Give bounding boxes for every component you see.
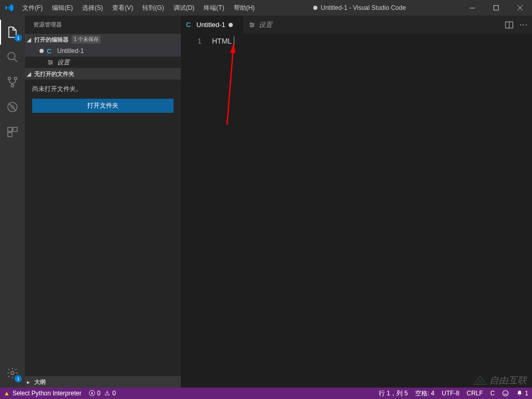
svg-point-12 [49, 60, 50, 61]
svg-point-4 [15, 77, 17, 80]
window-title: Untitled-1 - Visual Studio Code [259, 4, 460, 11]
modified-dot-icon [39, 49, 44, 53]
error-count: 0 [97, 390, 101, 397]
status-cursor[interactable]: 行 1，列 5 [375, 388, 411, 399]
svg-point-11 [11, 371, 14, 375]
menu-edit[interactable]: 编辑(E) [48, 2, 77, 15]
outline-label: 大纲 [34, 378, 46, 386]
svg-rect-10 [8, 132, 12, 137]
maximize-button[interactable] [484, 0, 508, 16]
notification-count: 1 [525, 390, 528, 397]
code-area[interactable]: HTML [212, 34, 532, 388]
menu-terminal[interactable]: 终端(T) [200, 2, 228, 15]
watermark: 自由互联 [473, 374, 527, 387]
more-icon[interactable]: ··· [520, 20, 528, 30]
open-folder-button[interactable]: 打开文件夹 [32, 99, 174, 113]
file-name: 设置 [57, 58, 70, 67]
status-encoding[interactable]: UTF-8 [438, 388, 463, 399]
settings-badge: 1 [15, 375, 22, 382]
activity-settings[interactable]: 1 [0, 361, 25, 385]
statusbar: ▲ Select Python Interpreter ⓧ0 ⚠0 行 1，列 … [0, 388, 532, 399]
minimize-button[interactable] [460, 0, 484, 16]
close-button[interactable] [508, 0, 532, 16]
svg-point-2 [8, 52, 15, 60]
svg-point-14 [49, 63, 50, 64]
svg-rect-8 [8, 127, 12, 131]
warning-icon: ⚠ [104, 390, 110, 397]
status-language[interactable]: C [487, 388, 499, 399]
warning-count: 0 [112, 390, 116, 397]
tab-bar: C Untitled-1 设置 ··· [181, 16, 532, 34]
svg-rect-1 [494, 6, 499, 10]
status-spaces[interactable]: 空格: 4 [411, 388, 438, 399]
tab-settings[interactable]: 设置 [243, 16, 305, 34]
error-icon: ⓧ [89, 389, 95, 398]
svg-point-7 [10, 105, 15, 109]
c-file-icon: C [186, 21, 193, 29]
activity-debug[interactable] [0, 95, 25, 119]
activity-bar: 1 1 [0, 16, 25, 388]
status-interpreter-label: Select Python Interpreter [12, 390, 82, 397]
tab-untitled[interactable]: C Untitled-1 [181, 16, 243, 34]
svg-point-3 [8, 77, 11, 80]
activity-source-control[interactable] [0, 70, 25, 95]
menu-help[interactable]: 帮助(H) [230, 2, 259, 15]
status-feedback[interactable] [498, 388, 513, 399]
code-line: HTML [212, 36, 532, 46]
warning-icon: ▲ [4, 390, 10, 397]
activity-extensions[interactable] [0, 119, 25, 144]
menu-view[interactable]: 查看(V) [108, 2, 137, 15]
menu-select[interactable]: 选择(S) [78, 2, 107, 15]
open-editor-item[interactable]: C Untitled-1 [25, 45, 181, 57]
window-title-text: Untitled-1 - Visual Studio Code [321, 4, 406, 11]
chevron-right-icon: ▸ [27, 379, 33, 385]
watermark-text: 自由互联 [489, 374, 527, 387]
svg-point-13 [51, 62, 52, 63]
line-gutter: 1 [181, 34, 212, 388]
titlebar: 文件(F) 编辑(E) 选择(S) 查看(V) 转到(G) 调试(D) 终端(T… [0, 0, 532, 16]
chevron-down-icon: ◢ [27, 37, 33, 43]
svg-point-17 [251, 25, 252, 26]
file-name: Untitled-1 [57, 47, 84, 55]
status-notifications[interactable]: 1 [513, 388, 532, 399]
chevron-down-icon: ◢ [27, 71, 33, 77]
open-editors-header[interactable]: ◢ 打开的编辑器 1 个未保存 [25, 34, 181, 45]
menu-debug[interactable]: 调试(D) [169, 2, 199, 15]
svg-point-5 [11, 85, 14, 87]
tab-label: Untitled-1 [196, 21, 225, 29]
open-editor-item[interactable]: 设置 [25, 57, 181, 68]
status-eol[interactable]: CRLF [463, 388, 486, 399]
menu-file[interactable]: 文件(F) [18, 2, 47, 15]
vscode-logo-icon [0, 3, 18, 12]
settings-icon [248, 21, 256, 29]
svg-point-16 [252, 24, 254, 25]
svg-point-22 [503, 391, 509, 396]
explorer-badge: 1 [15, 34, 22, 42]
status-problems[interactable]: ⓧ0 ⚠0 [85, 388, 119, 399]
activity-explorer[interactable]: 1 [0, 20, 25, 45]
status-python-interpreter[interactable]: ▲ Select Python Interpreter [0, 388, 85, 399]
open-editors-label: 打开的编辑器 [34, 36, 69, 44]
sidebar: 资源管理器 ◢ 打开的编辑器 1 个未保存 C Untitled-1 设置 ◢ … [25, 16, 181, 388]
menu-goto[interactable]: 转到(G) [138, 2, 168, 15]
no-folder-body: 尚未打开文件夹。 打开文件夹 [25, 79, 181, 118]
no-folder-header[interactable]: ◢ 无打开的文件夹 [25, 68, 181, 79]
tab-actions: ··· [501, 16, 532, 34]
split-editor-icon[interactable] [505, 21, 513, 29]
editor-content[interactable]: 1 HTML [181, 34, 532, 388]
unsaved-tag: 1 个未保存 [72, 35, 101, 44]
editor-area: C Untitled-1 设置 ··· 1 HTML [181, 16, 532, 388]
tab-label: 设置 [259, 20, 272, 30]
modified-dot-icon [229, 23, 233, 27]
svg-point-15 [250, 22, 251, 23]
c-file-icon: C [47, 47, 54, 55]
svg-rect-9 [13, 127, 17, 131]
no-folder-message: 尚未打开文件夹。 [32, 85, 174, 94]
line-number: 1 [181, 36, 202, 46]
svg-rect-0 [470, 8, 475, 8]
settings-icon [47, 59, 54, 66]
activity-search[interactable] [0, 45, 25, 70]
outline-header[interactable]: ▸ 大纲 [25, 376, 181, 388]
no-folder-label: 无打开的文件夹 [34, 70, 74, 78]
modified-dot-icon [313, 6, 317, 10]
